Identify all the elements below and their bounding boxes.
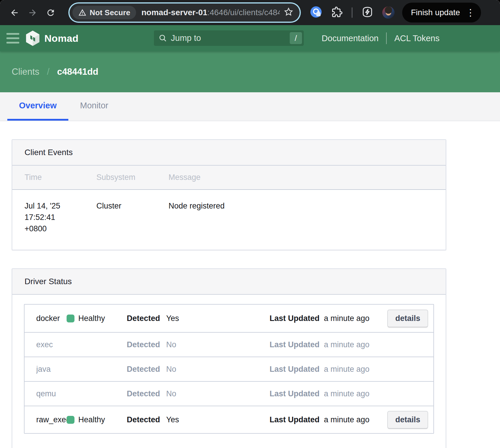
client-events-header: Client Events — [12, 140, 446, 166]
hamburger-menu-icon[interactable] — [6, 33, 19, 44]
security-chip-label: Not Secure — [90, 8, 130, 17]
event-row: Jul 14, '25 17:52:41 +0800 Cluster Node … — [12, 190, 446, 250]
event-time: Jul 14, '25 17:52:41 +0800 — [25, 200, 96, 235]
last-updated-label: Last Updated — [270, 415, 324, 424]
driver-detected: Detected No — [127, 365, 270, 374]
forward-button[interactable] — [27, 7, 38, 18]
driver-detected: Detected No — [127, 340, 270, 349]
driver-status-header: Driver Status — [12, 269, 446, 295]
driver-name[interactable]: java — [36, 365, 67, 374]
healthy-badge-icon — [67, 315, 74, 322]
last-updated-value: a minute ago — [324, 415, 369, 424]
client-events-card: Client Events Time Subsystem Message Jul… — [12, 139, 446, 250]
last-updated-value: a minute ago — [324, 365, 369, 374]
event-message: Node registered — [169, 200, 446, 235]
bookmark-star-icon[interactable] — [283, 7, 294, 18]
browser-menu-icon[interactable]: ⋮ — [466, 8, 475, 17]
last-updated-label: Last Updated — [270, 340, 324, 349]
driver-row: exec Detected No Last Updated a minute a… — [25, 332, 433, 357]
brand-name: Nomad — [44, 33, 79, 44]
url-host: nomad-server-01 — [141, 8, 207, 17]
last-updated-value: a minute ago — [324, 314, 369, 323]
driver-name[interactable]: qemu — [36, 389, 67, 398]
healthy-label: Healthy — [78, 415, 105, 424]
last-updated-label: Last Updated — [270, 365, 324, 374]
driver-health: Healthy — [67, 314, 127, 323]
url-path: :4646/ui/clients/c484... — [207, 8, 280, 17]
healthy-label: Healthy — [78, 314, 105, 323]
last-updated-value: a minute ago — [324, 340, 369, 349]
security-chip[interactable]: Not Secure — [72, 6, 136, 19]
detected-value: No — [166, 340, 176, 349]
nav-links-divider — [386, 32, 387, 44]
extensions-puzzle-icon[interactable] — [331, 6, 343, 19]
detected-value: No — [166, 389, 176, 398]
driver-health: Healthy — [67, 415, 127, 424]
driver-table: docker Healthy Detected Yes Last Updated… — [24, 304, 434, 434]
driver-name[interactable]: exec — [36, 340, 67, 349]
driver-last-updated: Last Updated a minute ago — [270, 314, 387, 323]
events-col-subsystem: Subsystem — [96, 173, 169, 182]
driver-row: docker Healthy Detected Yes Last Updated… — [25, 305, 433, 332]
nomad-logo-icon — [25, 30, 40, 46]
detected-label: Detected — [127, 415, 166, 424]
client-events-title: Client Events — [25, 148, 433, 157]
breadcrumb-current-client: c48441dd — [57, 67, 98, 77]
tab-overview[interactable]: Overview — [7, 92, 68, 121]
detected-label: Detected — [127, 389, 166, 398]
driver-detected: Detected Yes — [127, 415, 270, 424]
documentation-link[interactable]: Documentation — [322, 34, 379, 43]
breadcrumb-separator: / — [47, 67, 50, 77]
detected-label: Detected — [127, 340, 166, 349]
energy-saver-icon[interactable] — [361, 6, 374, 19]
finish-update-label: Finish update — [411, 8, 460, 17]
nomad-brand[interactable]: Nomad — [25, 30, 79, 46]
client-tabs: Overview Monitor — [0, 92, 500, 121]
detected-label: Detected — [127, 365, 166, 374]
driver-last-updated: Last Updated a minute ago — [270, 365, 428, 374]
details-button[interactable]: details — [387, 411, 428, 429]
details-button[interactable]: details — [387, 310, 428, 327]
last-updated-label: Last Updated — [270, 389, 324, 398]
toolbar-divider — [352, 7, 353, 18]
password-manager-icon[interactable] — [310, 6, 322, 20]
driver-last-updated: Last Updated a minute ago — [270, 389, 428, 398]
tab-monitor[interactable]: Monitor — [68, 92, 120, 121]
main-content: Client Events Time Subsystem Message Jul… — [0, 121, 500, 448]
events-col-message: Message — [169, 173, 446, 182]
driver-name[interactable]: raw_exec — [36, 415, 67, 424]
last-updated-label: Last Updated — [270, 314, 324, 323]
driver-row: java Detected No Last Updated a minute a… — [25, 357, 433, 381]
browser-window: Not Secure nomad-server-01:4646/ui/clien… — [0, 0, 500, 448]
driver-detected: Detected Yes — [127, 314, 270, 323]
reload-button[interactable] — [45, 7, 56, 18]
detected-value: Yes — [166, 314, 179, 323]
acl-tokens-link[interactable]: ACL Tokens — [394, 34, 440, 43]
back-button[interactable] — [9, 7, 20, 18]
driver-status-title: Driver Status — [25, 277, 433, 286]
driver-row: qemu Detected No Last Updated a minute a… — [25, 381, 433, 406]
healthy-badge-icon — [67, 416, 74, 424]
events-col-time: Time — [25, 173, 96, 182]
profile-avatar[interactable] — [382, 6, 395, 19]
driver-status-card: Driver Status docker Healthy Detected Ye… — [12, 268, 446, 448]
search-shortcut-key: / — [290, 32, 302, 44]
driver-row: raw_exec Healthy Detected Yes Last Updat… — [25, 406, 433, 433]
search-placeholder: Jump to — [171, 33, 290, 43]
driver-name[interactable]: docker — [36, 314, 67, 323]
detected-value: Yes — [166, 415, 179, 424]
event-subsystem: Cluster — [96, 200, 169, 235]
warning-icon — [78, 8, 86, 17]
events-table-header: Time Subsystem Message — [12, 166, 446, 190]
browser-toolbar: Not Secure nomad-server-01:4646/ui/clien… — [0, 0, 500, 25]
breadcrumb-clients-link[interactable]: Clients — [12, 67, 39, 77]
driver-detected: Detected No — [127, 389, 270, 398]
search-icon — [159, 34, 167, 43]
finish-update-button[interactable]: Finish update ⋮ — [402, 3, 481, 22]
url-text[interactable]: nomad-server-01:4646/ui/clients/c484... — [141, 8, 280, 17]
address-bar[interactable]: Not Secure nomad-server-01:4646/ui/clien… — [70, 4, 300, 22]
jump-to-search[interactable]: Jump to / — [154, 30, 304, 46]
breadcrumb: Clients / c48441dd — [0, 51, 500, 92]
driver-last-updated: Last Updated a minute ago — [270, 415, 387, 424]
driver-last-updated: Last Updated a minute ago — [270, 340, 428, 349]
